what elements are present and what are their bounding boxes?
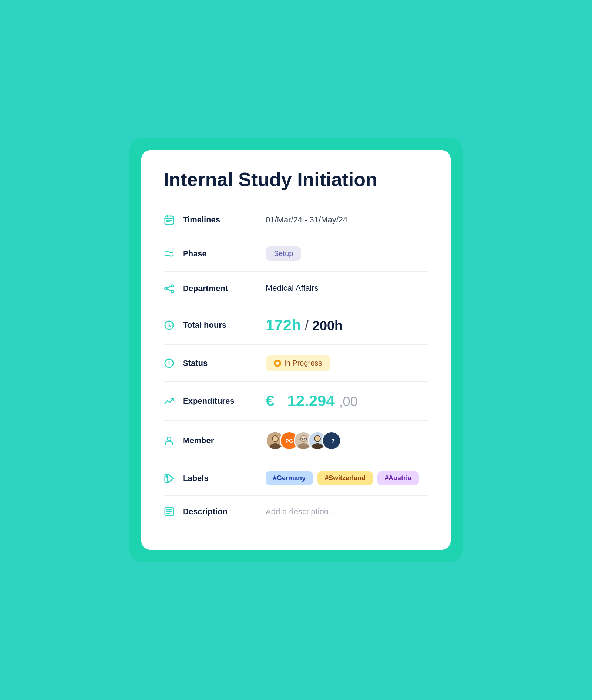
timelines-label: Timelines [183, 215, 257, 225]
department-row: Department [164, 272, 428, 306]
description-label: Description [183, 507, 257, 516]
status-icon [164, 358, 183, 369]
labels-container: #Germany #Switzerland #Austria [266, 471, 428, 485]
member-label: Member [183, 436, 257, 445]
main-card: Internal Study Initiation Timelines 01/M… [141, 150, 451, 550]
svg-point-7 [167, 437, 171, 441]
label-austria[interactable]: #Austria [377, 471, 419, 485]
status-dot-icon [274, 360, 281, 367]
member-row: Member PG [164, 421, 428, 461]
phase-icon [164, 248, 183, 259]
members-avatars: PG [266, 431, 428, 450]
total-hours-value: 172h / 200h [266, 316, 428, 334]
member-icon [164, 435, 183, 446]
svg-point-11 [273, 436, 278, 441]
status-value: In Progress [266, 355, 428, 371]
phase-row: Phase Setup [164, 236, 428, 272]
expenditures-value: € 12.294 ,00 [266, 392, 428, 410]
department-input-wrap [266, 282, 428, 295]
timelines-value: 01/Mar/24 - 31/May/24 [266, 215, 428, 225]
timelines-row: Timelines 01/Mar/24 - 31/May/24 [164, 204, 428, 236]
label-germany[interactable]: #Germany [266, 471, 313, 485]
label-switzerland[interactable]: #Switzerland [317, 471, 373, 485]
expenditures-row: Expenditures € 12.294 ,00 [164, 382, 428, 421]
labels-icon [164, 473, 183, 484]
page-title: Internal Study Initiation [164, 169, 428, 191]
svg-point-2 [171, 285, 174, 287]
labels-row: Labels #Germany #Switzerland #Austria [164, 461, 428, 496]
status-text: In Progress [284, 359, 322, 367]
description-icon [164, 506, 183, 517]
timelines-icon [164, 214, 183, 225]
status-label: Status [183, 359, 257, 368]
member-value: PG [266, 431, 428, 450]
svg-point-3 [171, 290, 174, 293]
svg-point-6 [169, 365, 170, 366]
department-input[interactable] [266, 282, 428, 295]
labels-value: #Germany #Switzerland #Austria [266, 471, 428, 485]
phase-value: Setup [266, 246, 428, 261]
svg-point-1 [165, 287, 167, 290]
total-hours-icon [164, 320, 183, 331]
expenditures-label: Expenditures [183, 396, 257, 406]
status-badge[interactable]: In Progress [266, 355, 330, 371]
hours-used: 172h [266, 316, 301, 334]
expenditures-icon [164, 396, 183, 407]
total-hours-row: Total hours 172h / 200h [164, 306, 428, 345]
hours-separator: / [305, 318, 309, 333]
avatar-count[interactable]: +7 [322, 431, 341, 450]
svg-point-22 [315, 436, 320, 441]
department-label: Department [183, 284, 257, 293]
total-hours-label: Total hours [183, 320, 257, 330]
hours-total: 200h [312, 318, 343, 333]
outer-background: Internal Study Initiation Timelines 01/M… [130, 138, 462, 562]
description-row: Description Add a description... [164, 496, 428, 528]
description-placeholder[interactable]: Add a description... [266, 507, 335, 516]
expenditures-main: € 12.294 [266, 392, 339, 410]
svg-point-15 [301, 436, 306, 441]
department-icon [164, 283, 183, 294]
phase-label: Phase [183, 249, 257, 259]
expenditures-cents: ,00 [339, 394, 358, 409]
description-value: Add a description... [266, 507, 428, 516]
labels-label: Labels [183, 474, 257, 483]
phase-badge[interactable]: Setup [266, 246, 301, 261]
status-row: Status In Progress [164, 345, 428, 382]
